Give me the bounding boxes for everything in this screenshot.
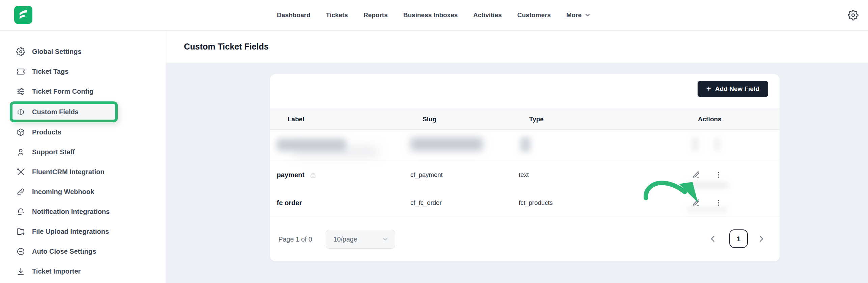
- redacted-label-blob: [294, 147, 378, 156]
- chevron-down-icon: [382, 236, 389, 243]
- sidebar-item-label: Support Staff: [32, 148, 75, 156]
- sidebar-item-notification-integrations[interactable]: Notification Integrations: [0, 202, 166, 222]
- field-slug-cell: cf_payment: [410, 161, 443, 189]
- current-page-button[interactable]: 1: [729, 229, 748, 248]
- sidebar-item-label: Ticket Tags: [32, 68, 69, 75]
- sidebar-item-label: Notification Integrations: [32, 208, 110, 216]
- sidebar-item-file-upload-integrations[interactable]: File Upload Integrations: [0, 222, 166, 242]
- previous-page-button[interactable]: [708, 234, 718, 244]
- sidebar-item-ticket-tags[interactable]: Ticket Tags: [0, 62, 166, 82]
- field-slug-cell: cf_fc_order: [410, 189, 442, 217]
- plus-icon: +: [706, 85, 711, 93]
- sidebar-item-label: File Upload Integrations: [32, 228, 109, 235]
- sidebar-item-label: Global Settings: [32, 48, 82, 56]
- chevron-left-icon: [708, 234, 718, 244]
- sidebar-item-custom-fields[interactable]: Custom Fields: [10, 101, 118, 122]
- sidebar-item-label: Ticket Importer: [32, 268, 81, 275]
- nav-more-label: More: [566, 11, 581, 19]
- sidebar-item-products[interactable]: Products: [0, 122, 166, 142]
- custom-fields-card: + Add New Field Label Slug Type Actions …: [270, 74, 780, 261]
- field-label-cell: fc order: [277, 189, 302, 217]
- add-new-field-label: Add New Field: [715, 85, 759, 93]
- page-title: Custom Ticket Fields: [184, 42, 269, 52]
- column-header-label: Label: [288, 108, 304, 130]
- table-row: payment cf_payment text: [270, 161, 780, 189]
- folder-arrow-icon: [16, 227, 25, 236]
- top-navigation: Dashboard Tickets Reports Business Inbox…: [0, 0, 868, 30]
- redacted-action-blob: [715, 137, 720, 151]
- sidebar-item-ticket-importer[interactable]: Ticket Importer: [0, 261, 166, 281]
- lock-icon: [309, 171, 317, 179]
- sidebar-item-support-staff[interactable]: Support Staff: [0, 142, 166, 162]
- pagination-bar: Page 1 of 0 10/page 1: [270, 217, 780, 261]
- kebab-menu-icon: [714, 171, 723, 179]
- tools-icon: [16, 167, 25, 177]
- pencil-edit-icon: [692, 170, 701, 179]
- nav-tickets[interactable]: Tickets: [326, 11, 348, 19]
- gear-icon: [848, 10, 859, 21]
- page-size-select[interactable]: 10/page: [326, 230, 395, 249]
- blurred-tooltip-smudge: [684, 183, 728, 188]
- settings-sidebar: Global Settings Ticket Tags Ticket Form …: [0, 31, 166, 283]
- field-type-cell: fct_products: [519, 189, 553, 217]
- sidebar-item-label: Ticket Form Config: [32, 88, 93, 95]
- row-menu-button[interactable]: [713, 189, 724, 217]
- nav-dashboard[interactable]: Dashboard: [277, 11, 310, 19]
- pencil-edit-icon: [692, 198, 701, 207]
- next-page-button[interactable]: [756, 234, 766, 244]
- input-field-icon: [16, 107, 25, 117]
- nav-activities[interactable]: Activities: [473, 11, 501, 19]
- column-header-type: Type: [529, 108, 544, 130]
- pagination-summary: Page 1 of 0: [278, 217, 312, 261]
- nav-more[interactable]: More: [566, 11, 591, 19]
- sidebar-item-label: Incoming Webhook: [32, 188, 94, 196]
- field-label: payment: [277, 171, 304, 179]
- sidebar-item-incoming-webhook[interactable]: Incoming Webhook: [0, 182, 166, 202]
- field-label-cell: payment: [277, 161, 317, 189]
- bell-icon: [16, 207, 25, 216]
- edit-field-button[interactable]: [691, 189, 701, 217]
- sidebar-item-label: Products: [32, 128, 61, 136]
- settings-gear-button[interactable]: [848, 10, 859, 21]
- main-header: Custom Ticket Fields: [166, 31, 868, 63]
- sidebar-item-label: Auto Close Settings: [32, 248, 96, 255]
- page-size-value: 10/page: [333, 235, 357, 243]
- sidebar-item-label: FluentCRM Integration: [32, 168, 104, 176]
- user-icon: [16, 148, 25, 157]
- table-row: fc order cf_fc_order fct_products: [270, 189, 780, 217]
- field-label: fc order: [277, 199, 302, 207]
- table-row-redacted: [270, 130, 780, 161]
- sidebar-item-global-settings[interactable]: Global Settings: [0, 42, 166, 62]
- topbar: Dashboard Tickets Reports Business Inbox…: [0, 0, 868, 30]
- column-header-actions: Actions: [698, 108, 722, 130]
- table-header-row: Label Slug Type Actions: [270, 108, 780, 130]
- sidebar-item-auto-close-settings[interactable]: Auto Close Settings: [0, 242, 166, 261]
- redacted-action-blob: [693, 137, 698, 151]
- link-icon: [16, 187, 25, 196]
- sidebar-item-label: Custom Fields: [32, 108, 79, 116]
- content-area: + Add New Field Label Slug Type Actions …: [166, 63, 868, 283]
- ticket-icon: [16, 67, 25, 76]
- nav-customers[interactable]: Customers: [517, 11, 551, 19]
- cube-icon: [16, 128, 25, 137]
- field-type-cell: text: [519, 161, 529, 189]
- redacted-type-blob: [520, 137, 531, 152]
- nav-reports[interactable]: Reports: [363, 11, 388, 19]
- nav-business-inboxes[interactable]: Business Inboxes: [403, 11, 458, 19]
- add-new-field-button[interactable]: + Add New Field: [698, 81, 768, 97]
- sidebar-item-fluentcrm-integration[interactable]: FluentCRM Integration: [0, 162, 166, 182]
- chevron-right-icon: [756, 234, 766, 244]
- blurred-tooltip-smudge: [687, 207, 727, 212]
- download-icon: [16, 267, 25, 276]
- gear-icon: [16, 47, 25, 56]
- sliders-icon: [16, 87, 25, 96]
- redacted-slug-blob: [410, 137, 483, 151]
- chevron-down-icon: [584, 12, 591, 19]
- minus-circle-icon: [16, 247, 25, 256]
- column-header-slug: Slug: [423, 108, 436, 130]
- kebab-menu-icon: [714, 199, 723, 207]
- sidebar-item-ticket-form-config[interactable]: Ticket Form Config: [0, 82, 166, 101]
